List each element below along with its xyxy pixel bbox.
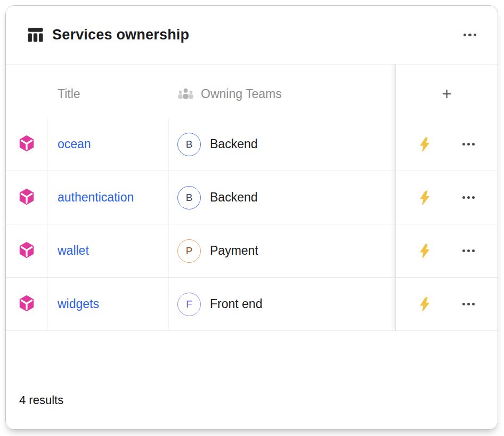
row-actions-cell	[395, 224, 498, 278]
team-avatar: B	[177, 133, 201, 156]
service-icon-cell	[6, 118, 48, 171]
team-cell: F Front end	[169, 278, 395, 331]
service-link[interactable]: ocean	[58, 137, 91, 151]
card-menu-ellipsis-icon[interactable]	[460, 30, 480, 40]
team-avatar-initial: P	[186, 245, 193, 257]
service-title-cell: ocean	[48, 118, 169, 171]
people-group-icon	[177, 88, 194, 100]
zap-icon[interactable]	[416, 188, 433, 207]
service-link[interactable]: authentication	[58, 190, 134, 205]
services-ownership-card: Services ownership Title Ow	[5, 5, 498, 430]
column-header-owning-teams[interactable]: Owning Teams	[169, 64, 395, 124]
column-header-actions: +	[395, 64, 498, 124]
service-link[interactable]: wallet	[58, 244, 89, 258]
row-menu-ellipsis-icon[interactable]	[459, 193, 478, 202]
row-menu-ellipsis-icon[interactable]	[459, 246, 478, 255]
team-avatar: F	[177, 293, 201, 316]
zap-icon[interactable]	[416, 135, 433, 154]
service-icon-cell	[6, 224, 48, 278]
table-view-icon	[28, 28, 43, 42]
results-count: 4 results	[19, 393, 63, 407]
add-column-button[interactable]: +	[436, 84, 457, 104]
service-title-cell: wallet	[48, 224, 169, 278]
team-name: Front end	[210, 297, 262, 311]
team-cell: B Backend	[169, 118, 395, 171]
service-link[interactable]: widgets	[58, 297, 99, 311]
service-cube-icon	[18, 294, 36, 314]
row-menu-ellipsis-icon[interactable]	[459, 300, 478, 309]
team-name: Backend	[210, 190, 258, 205]
row-actions-cell	[395, 118, 498, 171]
card-title: Services ownership	[52, 27, 189, 43]
team-avatar-initial: F	[186, 298, 192, 310]
service-cube-icon	[18, 188, 36, 208]
column-header-title[interactable]: Title	[48, 64, 169, 124]
title-column-label: Title	[58, 87, 80, 101]
owning-teams-column-label: Owning Teams	[201, 87, 282, 101]
team-name: Payment	[210, 244, 258, 258]
card-footer: 4 results	[6, 331, 498, 429]
row-actions-cell	[395, 278, 498, 331]
services-table: Title Owning Teams +	[6, 64, 498, 331]
column-header-spacer	[6, 64, 48, 124]
team-avatar-initial: B	[186, 139, 193, 150]
team-avatar-initial: B	[186, 192, 193, 204]
team-cell: P Payment	[169, 224, 395, 278]
team-cell: B Backend	[169, 171, 395, 224]
zap-icon[interactable]	[416, 241, 433, 261]
row-actions-cell	[395, 171, 498, 224]
service-cube-icon	[18, 241, 36, 261]
service-title-cell: widgets	[48, 278, 169, 331]
service-title-cell: authentication	[48, 171, 169, 224]
row-menu-ellipsis-icon[interactable]	[459, 140, 478, 149]
service-icon-cell	[6, 278, 48, 331]
service-cube-icon	[18, 134, 36, 155]
service-icon-cell	[6, 171, 48, 224]
team-avatar: B	[177, 186, 201, 209]
zap-icon[interactable]	[416, 295, 433, 314]
team-name: Backend	[210, 137, 258, 151]
team-avatar: P	[177, 239, 201, 263]
card-header: Services ownership	[6, 6, 498, 64]
